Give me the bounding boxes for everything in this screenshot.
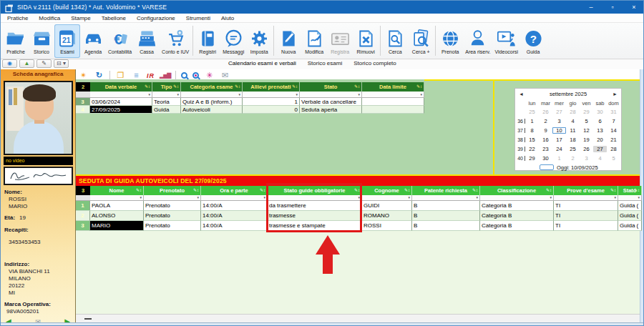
toolbar-imposta-button[interactable]: Imposta [246,24,272,58]
calendar-day[interactable]: 6 [593,118,607,124]
filter-dropdown-cognome[interactable]: ▾ [362,195,412,201]
cell-nome[interactable]: ALONSO [90,211,144,221]
calendar-day[interactable]: 27 [593,146,607,152]
cell-ora-e-parte[interactable]: 14:00/A [201,211,268,221]
calendar-day[interactable]: 14 [607,127,620,134]
cell-ora-e-parte[interactable]: 14:00/A [201,221,268,231]
cell-patente-richiesta[interactable]: B [412,221,480,231]
calendar-day[interactable]: 11 [566,127,580,134]
cell-cognome[interactable]: ROMANO [362,211,412,221]
calendar-day[interactable]: 13 [593,127,607,134]
column-header-classificazione[interactable]: Classificazione✎↕ [480,186,554,195]
cell-stato[interactable]: Guida ( [618,221,642,231]
column-header-cognome[interactable]: Cognome✎↕ [362,186,412,195]
column-header-prenotato[interactable]: Prenotato✎↕ [144,186,201,195]
cell-data-verbale[interactable]: 27/09/2025 [90,106,152,114]
search-plus-icon[interactable] [192,72,199,79]
column-header-allievi-prenotati[interactable]: Allievi prenotati✎↕ [243,82,300,92]
calendar-day[interactable]: 22 [525,146,539,152]
calendar-today-box[interactable] [540,164,554,170]
calendar-day[interactable]: 25 [566,146,580,152]
cell-categoria-esame[interactable]: Autoveicoli [181,106,243,114]
cell-tipo[interactable]: Guida [152,106,181,114]
calendar-day[interactable]: 19 [580,137,593,143]
tab-storico-completo[interactable]: Storico completo [353,60,396,66]
cell-stato[interactable]: Verbale da cancellare [300,98,362,106]
cell-prenotato[interactable]: Prenotato [144,221,201,231]
toolbar-nuova-button[interactable]: Nuova [275,24,301,58]
sort-filter-icon[interactable]: ✎↕ [354,82,360,92]
cell-categoria-esame[interactable]: Quiz A e B (inform.) [181,98,243,106]
calendar-day[interactable]: 23 [539,146,552,152]
minimize-button[interactable]: – [580,1,602,14]
column-header-prove-d-esame[interactable]: Prove d'esame✎↕ [554,186,618,195]
tab-storico-esami[interactable]: Storico esami [308,60,342,66]
column-header-data-verbale[interactable]: Data verbale✎↕ [90,82,152,92]
toolbar-videocorsi-button[interactable]: Videocorsi [493,24,521,58]
toolbar-registri-button[interactable]: Registri [195,24,220,58]
calendar-day[interactable]: 12 [580,127,593,134]
calendar-day[interactable]: 18 [566,137,580,143]
sort-filter-icon[interactable]: ✎↕ [173,82,179,92]
sort-filter-icon[interactable]: ✎↕ [260,186,265,195]
calendar-day[interactable]: 20 [593,137,607,143]
filter-dropdown-classificazione[interactable]: ▾ [480,195,554,201]
filter-dropdown-ora-e-parte[interactable]: ▾ [201,195,268,201]
calendar-day[interactable]: 27 [552,109,566,115]
cell-allievi-prenotati[interactable]: 0 [243,106,300,114]
tab-calendario-esami-e-verbali[interactable]: Calendario esami e verbali [228,60,296,66]
column-header-patente-richiesta[interactable]: Patente richiesta✎↕ [412,186,480,195]
column-header-stato[interactable]: Stato✎↕ [300,82,362,92]
calendar-day[interactable]: 4 [593,155,607,162]
filter-dropdown-patente-richiesta[interactable]: ▾ [412,195,480,201]
cell-data-limite[interactable] [362,98,424,106]
cell-prenotato[interactable]: Prenotato [144,211,201,221]
cell-classificazione[interactable]: Categoria B [480,221,554,231]
calendar-next-icon[interactable]: ► [613,92,618,97]
sort-filter-icon[interactable]: ✎↕ [416,82,422,92]
calendar-prev-icon[interactable]: ◄ [519,92,524,97]
cell-nome[interactable]: PAOLA [90,201,144,211]
calendar-day[interactable]: 2 [539,118,552,124]
menu-configurazione[interactable]: Configurazione [132,15,180,21]
menu-tabellone[interactable]: Tabellone [97,15,130,21]
toolbar-conto-e-iuv-button[interactable]: Conto e IUV [160,24,191,58]
cell-classificazione[interactable]: Categoria B [480,201,554,211]
sort-filter-icon[interactable]: ✎↕ [193,186,199,195]
open-folder-icon[interactable]: ❐ [115,71,126,80]
cell-prenotato[interactable]: Prenotato [144,201,201,211]
calendar-day[interactable]: 16 [539,137,552,143]
column-header-data-limite[interactable]: Data limite✎↕ [362,82,424,92]
cell-prove-d-esame[interactable]: TI [554,211,618,221]
calendar-day[interactable]: 28 [607,146,620,152]
sort-filter-icon[interactable]: ✎↕ [404,186,410,195]
column-header-stato[interactable]: Stato✎↕ [618,186,642,195]
menu-modifica[interactable]: Modifica [34,15,64,21]
filter-dropdown-categoria-esame[interactable]: ▾ [181,92,243,98]
calendar-today-label[interactable]: Oggi: 10/09/2025 [557,164,598,171]
menu-pratiche[interactable]: Pratiche [3,15,32,21]
calendar-day[interactable]: 5 [607,155,620,162]
table-row[interactable]: 427/09/2025GuidaAutoveicoli0Seduta apert… [76,106,424,114]
list-icon[interactable]: ≡ [131,71,142,80]
menu-stampe[interactable]: Stampe [67,15,95,21]
calendar-day[interactable]: 4 [566,118,580,124]
webcam-button[interactable]: ◉ [2,59,17,68]
cell-patente-richiesta[interactable]: B [412,201,480,211]
filter-dropdown-data-verbale[interactable]: ▾ [90,92,152,98]
asterisk-icon[interactable]: ✳ [204,71,215,80]
calendar-day[interactable]: 10 [552,127,566,134]
filter-dropdown-nome[interactable]: ▾ [90,195,144,201]
column-header-nome[interactable]: Nome✎↕ [90,186,144,195]
calendar-day[interactable]: 17 [552,137,566,143]
cell-stato[interactable]: Guida ( [618,211,642,221]
toolbar-storico-button[interactable]: Storico [29,24,54,58]
calendar-day[interactable]: 26 [539,109,552,115]
calendar-day[interactable]: 26 [580,146,593,152]
cell-patente-richiesta[interactable]: B [412,211,480,221]
toolbar-guida-button[interactable]: ?Guida [520,24,546,58]
calendar-day[interactable]: 2 [566,155,580,162]
toolbar-rimuovi-button[interactable]: Rimuovi [353,24,379,58]
ir-tool-icon[interactable]: IR [147,72,155,79]
chart-icon[interactable]: ▂▅▇ [160,71,170,80]
